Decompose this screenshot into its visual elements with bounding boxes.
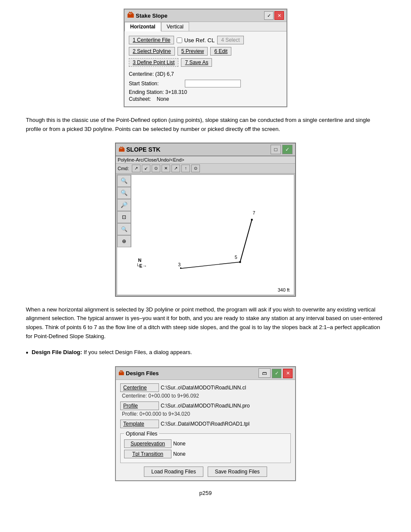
centerline-range: Centerline: 0+00.000 to 9+96.092 [122, 393, 291, 399]
bullet-dot: • [26, 348, 28, 358]
template-btn[interactable]: Template [120, 420, 159, 428]
toolbar-icon-5[interactable]: ↗ [171, 165, 180, 172]
start-station-input[interactable]: 0+00.000 [185, 80, 241, 87]
toolbar-icon-2[interactable]: ↙ [142, 165, 150, 172]
define-point-list-btn[interactable]: 3 Define Point List [129, 58, 178, 67]
zoom-out-btn[interactable]: 🔎 [117, 199, 131, 211]
drawing-canvas: N └E→ 3 5 7 340 ft [132, 175, 294, 295]
tpl-transition-row: Tpl Transition None [124, 450, 287, 458]
slope-stk-dialog: 🏔 SLOPE STK □ ✓ Polyline-Arc/Close/Undo/… [115, 143, 296, 297]
design-files-titlebar: 🏔 Design Files 🗃 ✓ ✕ [116, 367, 295, 380]
zoom-extent-btn[interactable]: 🔍 [117, 175, 131, 187]
design-files-title: 🏔 Design Files [118, 370, 159, 376]
use-ref-cl-row: Use Ref. CL [177, 37, 215, 44]
svg-rect-0 [132, 180, 294, 289]
use-ref-cl-checkbox[interactable] [177, 37, 182, 43]
design-files-icon: 🏔 [118, 370, 124, 376]
centerline-path: C:\Sur..o\Data\MODOT\Road\LINN.cl [161, 385, 291, 391]
side-tools: 🔍 🔍 🔎 ⊡ 🔍 ⊕ [117, 175, 131, 247]
design-files-title-text: Design Files [126, 370, 159, 376]
slope-stk-title-text: SLOPE STK [126, 146, 160, 153]
profile-row: Profile C:\Sur..o\Data\MODOT\Road\LINN.p… [120, 401, 291, 410]
svg-text:└E→: └E→ [136, 263, 147, 268]
toolbar-icon-4[interactable]: ✕ [162, 165, 170, 172]
body-text-2: When a new horizontal alignment is selec… [26, 305, 385, 341]
preview-btn[interactable]: 5 Preview [177, 47, 208, 56]
bullet-content: If you select Design Files, a dialog app… [82, 349, 192, 355]
centerline-file-btn[interactable]: 1 Centerline File [129, 36, 174, 44]
slope-stk-toolbar: Polyline-Arc/Close/Undo/<End> [116, 156, 295, 164]
stake-slope-row2: 2 Select Polyline 5 Preview 6 Edit [129, 47, 282, 56]
design-files-section: 🏔 Design Files 🗃 ✓ ✕ Centerline C:\Sur..… [26, 366, 385, 481]
select-polyline-btn[interactable]: 2 Select Polyline [129, 47, 175, 56]
design-files-folder-btn[interactable]: 🗃 [258, 368, 271, 378]
centerline-btn[interactable]: Centerline [120, 383, 159, 392]
slope-stk-canvas: 🔍 🔍 🔎 ⊡ 🔍 ⊕ N └E→ 3 [117, 174, 294, 295]
use-ref-cl-label: Use Ref. CL [184, 37, 215, 44]
svg-text:3: 3 [178, 262, 181, 267]
load-roading-btn[interactable]: Load Roading Files [144, 467, 203, 477]
start-station-label: Start Station: [129, 81, 185, 87]
design-files-close-btn[interactable]: ✕ [283, 369, 293, 378]
toolbar-icon-1[interactable]: ↗ [132, 165, 140, 172]
slope-stk-minimize-btn[interactable]: □ [271, 145, 281, 154]
slope-stk-title: 🏔 SLOPE STK [118, 146, 160, 153]
zoom-window-btn[interactable]: ⊡ [117, 211, 131, 223]
zoom-previous-btn[interactable]: 🔍 [117, 223, 131, 235]
toolbar-icon-7[interactable]: ⊙ [191, 165, 200, 172]
select-btn-4[interactable]: 4 Select [217, 36, 243, 44]
start-station-row: Start Station: 0+00.000 [129, 80, 282, 87]
profile-btn[interactable]: Profile [120, 401, 159, 410]
bottom-buttons: Load Roading Files Save Roading Files [120, 467, 291, 477]
edit-btn[interactable]: 6 Edit [210, 47, 231, 56]
stake-slope-close-btn[interactable]: ✕ [274, 11, 284, 20]
profile-range: Profile: 0+00.000 to 9+34.020 [122, 411, 291, 417]
stake-slope-body: 1 Centerline File Use Ref. CL 4 Select 2… [125, 31, 286, 106]
ending-station-label: Ending Station: [129, 89, 164, 95]
cmd-toolbar: Cmd: ↗ ↙ ⊙ ✕ ↗ ↑ ⊙ [116, 164, 295, 174]
svg-text:N: N [138, 258, 142, 263]
bullet-label: Design File Dialog: [32, 349, 82, 355]
stake-slope-title: 🏔 Stake Slope [127, 12, 168, 19]
svg-text:5: 5 [235, 255, 237, 260]
superelevation-row: Superelevation None [124, 439, 287, 448]
stake-slope-row1: 1 Centerline File Use Ref. CL 4 Select [129, 36, 282, 44]
stake-slope-check-btn[interactable]: ✓ [264, 11, 274, 20]
slope-stk-section: 🏔 SLOPE STK □ ✓ Polyline-Arc/Close/Undo/… [26, 143, 385, 297]
design-files-controls: 🗃 ✓ ✕ [258, 368, 293, 378]
page-number: p259 [26, 490, 385, 496]
ending-station-row: Ending Station: 3+18.310 [129, 89, 282, 95]
save-as-btn[interactable]: 7 Save As [181, 58, 212, 67]
tab-horizontal[interactable]: Horizontal [125, 22, 161, 31]
design-files-dialog: 🏔 Design Files 🗃 ✓ ✕ Centerline C:\Sur..… [115, 366, 296, 481]
zoom-in-btn[interactable]: 🔍 [117, 187, 131, 199]
toolbar-icon-6[interactable]: ↑ [181, 165, 190, 172]
svg-rect-4 [180, 268, 181, 269]
tpl-transition-btn[interactable]: Tpl Transition [124, 450, 171, 458]
centerline-info: Centerline: (3D) 6,7 [129, 71, 282, 77]
save-roading-btn[interactable]: Save Roading Files [208, 467, 267, 477]
tab-vertical[interactable]: Vertical [161, 22, 189, 31]
stake-slope-row3: 3 Define Point List 7 Save As [129, 58, 282, 67]
cmd-label: Cmd: [118, 166, 129, 171]
profile-path: C:\Sur..o\Data\MODOT\Road\LINN.pro [161, 403, 291, 409]
tpl-transition-val: None [173, 451, 186, 457]
stake-slope-title-text: Stake Slope [136, 12, 168, 19]
stake-slope-section: 🏔 Stake Slope ✓ ✕ Horizontal Vertical 1 … [26, 9, 385, 107]
optional-files-legend: Optional Files [124, 431, 159, 437]
design-files-check-btn[interactable]: ✓ [272, 369, 281, 378]
cutsheet-label: Cutsheet: [129, 96, 151, 102]
superelevation-btn[interactable]: Superelevation [124, 439, 171, 448]
stake-slope-controls: ✓ ✕ [264, 11, 284, 20]
cutsheet-row: Cutsheet: None [129, 96, 282, 102]
stake-slope-dialog: 🏔 Stake Slope ✓ ✕ Horizontal Vertical 1 … [124, 9, 287, 107]
toolbar-icon-3[interactable]: ⊙ [152, 165, 160, 172]
pan-btn[interactable]: ⊕ [117, 235, 131, 247]
slope-stk-titlebar: 🏔 SLOPE STK □ ✓ [116, 143, 295, 156]
slope-stk-check-btn[interactable]: ✓ [282, 145, 293, 154]
slope-stk-controls: □ ✓ [271, 145, 293, 154]
slope-drawing: N └E→ 3 5 7 [132, 175, 294, 295]
stake-slope-icon: 🏔 [127, 12, 134, 19]
centerline-label: Centerline: (3D) 6,7 [129, 71, 174, 77]
template-row: Template C:\Sur..Data\MODOT\Road\ROAD1.t… [120, 420, 291, 428]
